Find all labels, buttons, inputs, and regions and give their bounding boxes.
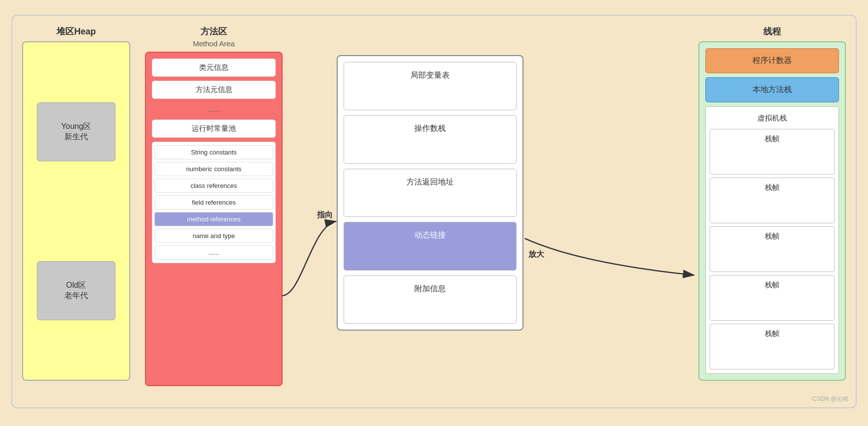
runtime-pool-items: String constants numberic constants clas… [152,142,276,263]
native-method-stack: 本地方法栈 [705,77,839,102]
method-area-title: 方法区 [145,26,283,37]
string-constants: String constants [154,145,273,159]
pool-dots: ...... [154,245,273,260]
method-area-subtitle: Method Area [145,39,283,48]
thread-frame-3: 栈帧 [710,226,835,272]
heap-old: Old区 老年代 [37,261,116,320]
class-meta-info: 类元信息 [152,59,276,77]
field-references: field references [154,195,273,210]
frame-box: 局部变量表 操作数栈 方法返回地址 动态链接 附加信息 [337,55,523,331]
method-references: method references [154,212,273,226]
additional-info: 附加信息 [344,275,517,324]
watermark: CSDN @沁闻 [812,395,848,403]
dynamic-link: 动态链接 [344,222,517,270]
thread-frame-5: 栈帧 [710,324,835,369]
thread-section: 线程 程序计数器 本地方法栈 虚拟机栈 栈帧 栈帧 栈帧 栈帧 栈帧 [698,26,846,390]
heap-title: 堆区Heap [22,26,130,37]
thread-title: 线程 [698,26,846,37]
method-meta-info: 方法元信息 [152,81,276,99]
class-references: class references [154,179,273,193]
method-section: 方法区 Method Area 类元信息 方法元信息 ...... 运行时常量池… [145,26,283,390]
thread-frame-2: 栈帧 [710,178,835,223]
heap-young: Young区 新生代 [37,102,116,161]
main-container: 堆区Heap Young区 新生代 Old区 老年代 方法区 Method Ar… [11,15,857,408]
numeric-constants: numberic constants [154,162,273,176]
operand-stack: 操作数栈 [344,115,517,163]
return-address: 方法返回地址 [344,169,517,217]
method-area-box: 类元信息 方法元信息 ...... 运行时常量池 String constant… [145,52,283,386]
thread-frame-1: 栈帧 [710,129,835,175]
frame-section: 局部变量表 操作数栈 方法返回地址 动态链接 附加信息 [337,55,523,331]
virtual-machine-stack: 虚拟机栈 栈帧 栈帧 栈帧 栈帧 栈帧 [705,106,839,374]
thread-frame-4: 栈帧 [710,275,835,321]
method-dots-1: ...... [152,103,276,116]
runtime-pool-label: 运行时常量池 [152,120,276,138]
heap-section: 堆区Heap Young区 新生代 Old区 老年代 [22,26,130,390]
program-counter: 程序计数器 [705,48,839,73]
heap-box: Young区 新生代 Old区 老年代 [22,41,130,381]
local-var-table: 局部变量表 [344,62,517,110]
zhixiang-label: 指向 [317,210,333,220]
name-and-type: name and type [154,229,273,243]
thread-box: 程序计数器 本地方法栈 虚拟机栈 栈帧 栈帧 栈帧 栈帧 栈帧 [698,41,846,381]
virtual-stack-title: 虚拟机栈 [710,111,835,126]
fangda-label: 放大 [528,249,544,260]
